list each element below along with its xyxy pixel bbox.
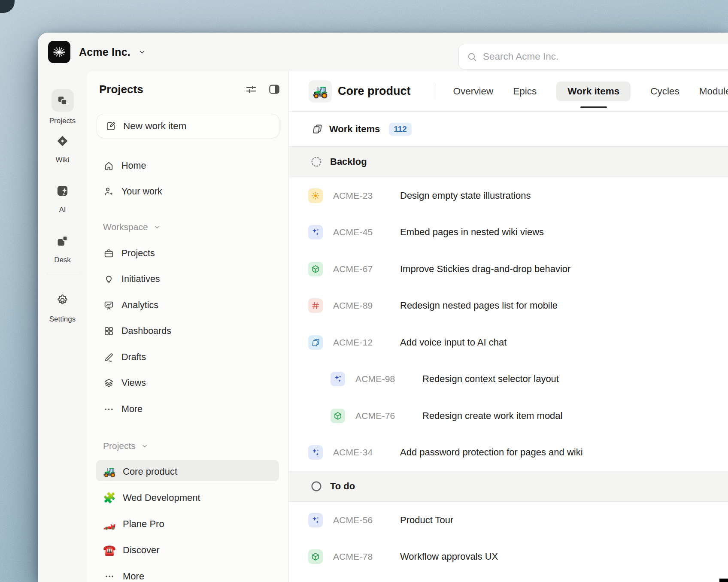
new-work-item-button[interactable]: New work item	[97, 114, 279, 138]
rail-item-settings[interactable]: Settings	[38, 293, 87, 324]
work-item-row-acme-56[interactable]: ACME-56 Product Tour	[289, 502, 728, 539]
desk-icon	[56, 233, 69, 248]
item-label: Initiatives	[121, 274, 160, 285]
work-item-row-acme-23[interactable]: ACME-23 Design empty state illustrations	[289, 177, 728, 214]
group-header-to-do[interactable]: To do	[289, 471, 728, 502]
work-item-id: ACME-78	[333, 552, 373, 562]
display-filters-button[interactable]	[245, 83, 258, 96]
tab-label: Epics	[513, 86, 537, 97]
work-item-title: Redesign nested pages list for mobile	[400, 300, 558, 311]
home-icon	[103, 161, 114, 171]
work-item-title: Design empty state illustrations	[400, 190, 531, 201]
project-emoji-icon: 🏎️	[103, 518, 116, 530]
item-label: Analytics	[121, 300, 158, 311]
rail-item-wiki[interactable]: Wiki	[38, 133, 87, 164]
work-item-title: Add password protection for pages and wi…	[400, 447, 583, 458]
sidebar-item-drafts[interactable]: Drafts	[87, 344, 288, 370]
sidebar-item-dashboards[interactable]: Dashboards	[87, 318, 288, 345]
project-label: Wed Development	[123, 492, 200, 503]
tab-epics[interactable]: Epics	[513, 82, 537, 101]
work-item-id: ACME-12	[333, 337, 373, 348]
work-item-list: Backlog ACME-23 Design empty state illus…	[289, 146, 728, 582]
work-items-count-badge: 112	[389, 123, 412, 136]
sidebar-nav-item-your-work[interactable]: Your work	[87, 179, 288, 204]
project-item-discover[interactable]: ☎️ Discover	[87, 537, 288, 563]
work-item-row-acme-89[interactable]: ACME-89 Redesign nested pages list for m…	[289, 288, 728, 324]
page-title: Core product	[338, 85, 411, 98]
sidebar-item-more[interactable]: More	[87, 396, 288, 422]
layers-icon	[103, 378, 114, 388]
user-sparkle-icon	[103, 186, 114, 197]
tab-label: Modules	[699, 86, 728, 97]
projects-section-header[interactable]: Projects	[103, 439, 149, 453]
cube-icon	[308, 549, 323, 564]
work-item-title: Improve Stickies drag-and-drop behavior	[400, 264, 570, 275]
tab-label: Overview	[453, 86, 494, 97]
workspace-section-items: Projects Initiatives Analytics Dashboard…	[87, 240, 288, 422]
sparkles-icon	[308, 445, 323, 460]
grid-icon	[103, 326, 114, 336]
work-item-id: ACME-98	[355, 374, 395, 384]
project-label: More	[123, 571, 144, 582]
work-item-row-acme-98[interactable]: ACME-98 Redesign context selector layout	[289, 361, 728, 398]
item-label: More	[121, 404, 143, 415]
todo-circle-icon	[310, 480, 323, 493]
sidebar-item-projects[interactable]: Projects	[87, 240, 288, 267]
project-item-more[interactable]: More	[87, 563, 288, 582]
rail-item-label: AI	[59, 206, 66, 214]
projects-section-label: Projects	[103, 441, 136, 451]
rail-item-ai[interactable]: AI	[38, 183, 87, 214]
work-item-row-acme-45[interactable]: ACME-45 Embed pages in nested wiki views	[289, 214, 728, 251]
work-item-row-acme-78[interactable]: ACME-78 Workflow approvals UX	[289, 539, 728, 576]
workspace-section-label: Workspace	[103, 222, 148, 232]
tab-modules[interactable]: Modules	[699, 82, 728, 101]
tab-label: Cycles	[650, 86, 679, 97]
presentation-chart-icon	[103, 300, 114, 311]
sidebar-item-views[interactable]: Views	[87, 370, 288, 397]
work-item-title: Redesign create work item modal	[422, 410, 562, 421]
work-item-id: ACME-56	[333, 515, 373, 525]
backlog-circle-icon	[310, 155, 323, 168]
sliders-icon	[245, 83, 258, 96]
rail-item-label: Wiki	[55, 156, 69, 164]
rail-item-projects[interactable]: Projects	[38, 89, 87, 125]
sidebar-item-initiatives[interactable]: Initiatives	[87, 267, 288, 293]
work-items-stack-icon	[311, 123, 323, 135]
sidebar: Projects New work item Home Your work Wo…	[87, 71, 289, 582]
window-edge-artifact	[719, 579, 728, 582]
workspace-section-header[interactable]: Workspace	[103, 220, 161, 234]
rail-item-desk[interactable]: Desk	[38, 233, 87, 264]
project-item-core-product[interactable]: 🚜 Core product	[87, 458, 288, 485]
sidebar-header: Projects	[99, 81, 281, 98]
project-item-wed-development[interactable]: 🧩 Wed Development	[87, 485, 288, 511]
ellipsis-icon	[103, 404, 114, 415]
search-bar[interactable]	[458, 44, 728, 70]
chevron-down-icon[interactable]	[137, 47, 147, 57]
group-name: Backlog	[330, 156, 367, 167]
tab-cycles[interactable]: Cycles	[650, 82, 679, 101]
work-item-row-acme-76[interactable]: ACME-76 Redesign create work item modal	[289, 397, 728, 434]
work-item-id: ACME-23	[333, 191, 373, 201]
search-input[interactable]	[483, 51, 728, 62]
tab-work-items[interactable]: Work items	[556, 82, 631, 101]
work-item-row-acme-12[interactable]: ACME-12 Add voice input to AI chat	[289, 324, 728, 361]
project-item-plane-pro[interactable]: 🏎️ Plane Pro	[87, 511, 288, 537]
workspace-logo[interactable]	[48, 41, 70, 63]
sidebar-item-analytics[interactable]: Analytics	[87, 292, 288, 318]
group-header-backlog[interactable]: Backlog	[289, 146, 728, 177]
tab-overview[interactable]: Overview	[453, 82, 494, 101]
panel-right-icon	[268, 83, 281, 96]
ellipsis-icon	[103, 571, 116, 582]
chevron-down-icon	[153, 223, 161, 231]
tab-label: Work items	[567, 86, 619, 97]
pen-icon	[103, 352, 114, 363]
sidebar-nav-item-home[interactable]: Home	[87, 153, 288, 179]
sun-icon	[308, 188, 323, 203]
projects-section-items: 🚜 Core product 🧩 Wed Development 🏎️ Plan…	[87, 458, 288, 582]
sidebar-nav: Home Your work	[87, 153, 288, 204]
work-item-row-acme-67[interactable]: ACME-67 Improve Stickies drag-and-drop b…	[289, 251, 728, 288]
work-item-row-acme-34[interactable]: ACME-34 Add password protection for page…	[289, 434, 728, 471]
workspace-name[interactable]: Acme Inc.	[79, 46, 130, 58]
chevron-down-icon	[140, 442, 149, 450]
toggle-panel-button[interactable]	[268, 83, 281, 96]
